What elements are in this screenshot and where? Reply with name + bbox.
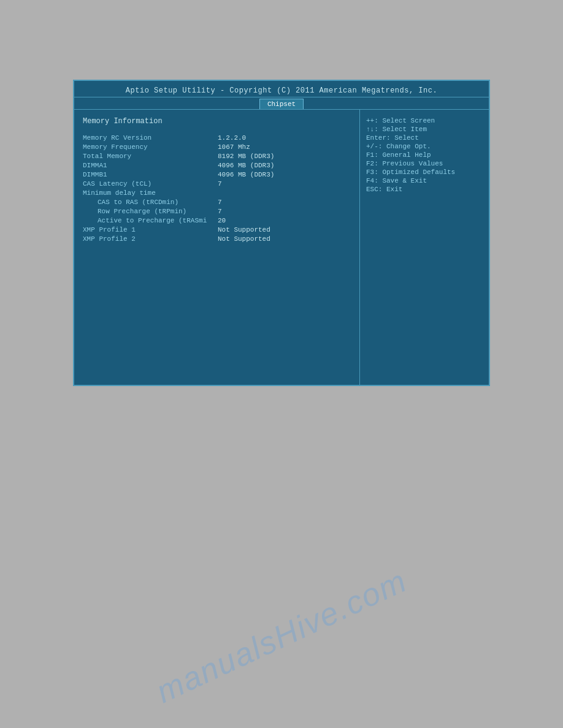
- row-value: 8192 MB (DDR3): [218, 153, 274, 160]
- title-bar: Aptio Setup Utility - Copyright (C) 2011…: [74, 81, 489, 97]
- help-line: F2: Previous Values: [366, 160, 483, 167]
- help-container: ++: Select Screen↑↓: Select ItemEnter: S…: [366, 117, 483, 193]
- row-label: Total Memory: [83, 153, 218, 160]
- help-line: ↑↓: Select Item: [366, 126, 483, 133]
- row-value: 4096 MB (DDR3): [218, 171, 274, 178]
- row-value: 7: [218, 180, 222, 188]
- right-panel: ++: Select Screen↑↓: Select ItemEnter: S…: [360, 110, 489, 385]
- table-row: Row Precharge (tRPmin)7: [83, 208, 351, 215]
- tab-bar: Chipset: [74, 97, 489, 110]
- row-value: 7: [218, 208, 222, 215]
- watermark: manualsHive.com: [150, 562, 412, 710]
- table-row: Memory Frequency1067 Mhz: [83, 143, 351, 151]
- row-label: Row Precharge (tRPmin): [83, 208, 218, 215]
- row-label: DIMMB1: [83, 171, 218, 178]
- row-value: Not Supported: [218, 226, 270, 233]
- help-line: ESC: Exit: [366, 186, 483, 193]
- row-label: XMP Profile 2: [83, 235, 218, 243]
- row-label: XMP Profile 1: [83, 226, 218, 233]
- help-line: F3: Optimized Defaults: [366, 169, 483, 176]
- table-row: XMP Profile 2Not Supported: [83, 235, 351, 243]
- table-row: Active to Precharge (tRASmi20: [83, 217, 351, 224]
- row-value: 1.2.2.0: [218, 134, 246, 142]
- row-label: Memory Frequency: [83, 143, 218, 151]
- row-value: 4096 MB (DDR3): [218, 162, 274, 169]
- table-row: Total Memory8192 MB (DDR3): [83, 153, 351, 160]
- section-title: Memory Information: [83, 117, 351, 126]
- row-label: Minimum delay time: [83, 189, 218, 197]
- left-panel: Memory Information Memory RC Version1.2.…: [74, 110, 360, 385]
- page-wrapper: Aptio Setup Utility - Copyright (C) 2011…: [0, 0, 563, 728]
- row-value: Not Supported: [218, 235, 270, 243]
- row-value: 7: [218, 199, 222, 206]
- table-row: DIMMA14096 MB (DDR3): [83, 162, 351, 169]
- tab-chipset[interactable]: Chipset: [259, 99, 304, 109]
- table-row: XMP Profile 1Not Supported: [83, 226, 351, 233]
- row-label: CAS to RAS (tRCDmin): [83, 199, 218, 206]
- table-row: CAS Latency (tCL)7: [83, 180, 351, 188]
- row-value: 20: [218, 217, 226, 224]
- content-area: Memory Information Memory RC Version1.2.…: [74, 110, 489, 385]
- table-row: CAS to RAS (tRCDmin)7: [83, 199, 351, 206]
- row-label: Memory RC Version: [83, 134, 218, 142]
- table-row: Minimum delay time: [83, 189, 351, 197]
- help-line: F4: Save & Exit: [366, 177, 483, 184]
- help-line: +/-: Change Opt.: [366, 143, 483, 150]
- bios-window: Aptio Setup Utility - Copyright (C) 2011…: [73, 80, 490, 386]
- table-row: DIMMB14096 MB (DDR3): [83, 171, 351, 178]
- help-line: F1: General Help: [366, 151, 483, 159]
- rows-container: Memory RC Version1.2.2.0Memory Frequency…: [83, 134, 351, 243]
- row-label: CAS Latency (tCL): [83, 180, 218, 188]
- row-value: 1067 Mhz: [218, 143, 250, 151]
- table-row: Memory RC Version1.2.2.0: [83, 134, 351, 142]
- help-line: ++: Select Screen: [366, 117, 483, 124]
- row-label: DIMMA1: [83, 162, 218, 169]
- help-line: Enter: Select: [366, 134, 483, 142]
- row-label: Active to Precharge (tRASmi: [83, 217, 218, 224]
- title-bar-text: Aptio Setup Utility - Copyright (C) 2011…: [126, 86, 437, 95]
